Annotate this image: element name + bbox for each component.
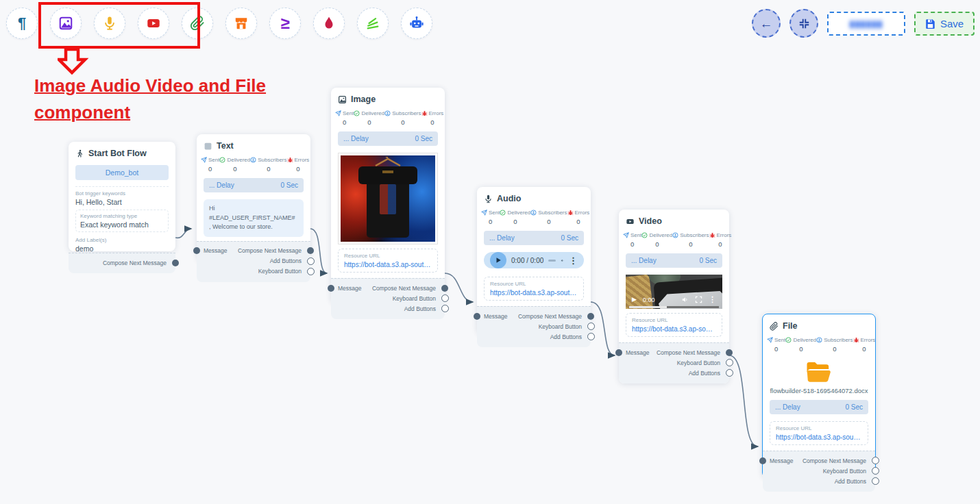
- port-row-keyboard-button[interactable]: Keyboard Button: [626, 357, 722, 368]
- fit-view-button[interactable]: [789, 9, 818, 38]
- output-port-dot[interactable]: [307, 247, 314, 254]
- port-row-add-buttons[interactable]: Add Buttons: [204, 256, 304, 266]
- audio-player[interactable]: 0:00 / 0:00 ⋮: [484, 252, 584, 268]
- delay-setting[interactable]: ... Delay 0 Sec: [204, 178, 304, 192]
- output-port-ring[interactable]: [872, 457, 879, 464]
- port-row-keyboard-button[interactable]: Keyboard Button: [484, 321, 584, 331]
- resource-url-link[interactable]: https://bot-data.s3.ap-southeast-1.wasab…: [632, 325, 716, 333]
- output-port-ring[interactable]: [307, 257, 315, 265]
- port-row-keyboard-button[interactable]: Keyboard Button: [770, 466, 868, 476]
- output-port-dot[interactable]: [172, 260, 179, 266]
- node-footer: Message Compose Next Message Add Buttons…: [197, 241, 310, 282]
- node-start-bot-flow[interactable]: Start Bot Flow Demo_bot Bot trigger keyw…: [69, 142, 175, 251]
- subscribers-icon: [672, 232, 678, 238]
- toolbar-image-button[interactable]: [50, 8, 82, 39]
- output-port-ring[interactable]: [441, 294, 449, 302]
- node-image[interactable]: Image Sent0 Delivered0 Subscribers0 Erro…: [331, 88, 445, 303]
- save-button[interactable]: Save: [914, 12, 975, 36]
- output-port-ring[interactable]: [441, 305, 449, 312]
- output-port-ring[interactable]: [726, 369, 733, 377]
- node-header: Audio: [477, 187, 591, 207]
- output-port-ring[interactable]: [587, 323, 595, 330]
- fullscreen-icon[interactable]: [695, 296, 702, 303]
- toolbar-bot-button[interactable]: [401, 8, 432, 39]
- port-row-compose[interactable]: Message Compose Next Message: [770, 455, 868, 466]
- port-row-add-buttons[interactable]: Add Buttons: [770, 476, 868, 486]
- delay-setting[interactable]: ... Delay 0 Sec: [626, 253, 722, 268]
- video-progress-bar[interactable]: [629, 306, 719, 308]
- toolbar-sequence-button[interactable]: [357, 8, 389, 39]
- flow-canvas[interactable]: ¶ ≥ Image Audio Video and File compon: [0, 0, 980, 504]
- play-button[interactable]: [490, 252, 506, 268]
- delay-setting[interactable]: ... Delay 0 Sec: [484, 231, 584, 245]
- compress-icon: [798, 18, 810, 29]
- output-port-dot[interactable]: [441, 285, 448, 292]
- audio-menu-icon[interactable]: ⋮: [569, 255, 578, 266]
- port-compose-next-message[interactable]: Compose Next Message: [75, 257, 169, 268]
- node-text[interactable]: Text Sent0 Delivered0 Subscribers0 Error…: [197, 134, 310, 261]
- port-row-keyboard-button[interactable]: Keyboard Button: [204, 266, 304, 277]
- port-row-keyboard-button[interactable]: Keyboard Button: [338, 293, 438, 303]
- sent-icon: [481, 210, 487, 216]
- toolbar-audio-button[interactable]: [94, 8, 125, 39]
- stats-row: Sent0 Delivered0 Subscribers0 Errors0: [335, 110, 441, 126]
- image-icon: [58, 16, 73, 31]
- file-attachment[interactable]: [763, 361, 875, 384]
- output-port-ring[interactable]: [872, 477, 879, 485]
- input-port-dot[interactable]: [193, 247, 200, 254]
- port-row-compose[interactable]: Message Compose Next Message: [626, 347, 722, 357]
- port-row-add-buttons[interactable]: Add Buttons: [626, 368, 722, 378]
- delivered-icon: [785, 337, 792, 343]
- audio-time: 0:00 / 0:00: [511, 257, 543, 264]
- toolbar-file-button[interactable]: [182, 8, 213, 39]
- keyword-matching-field[interactable]: Keyword matching type Exact keyword matc…: [75, 210, 169, 232]
- video-menu-icon[interactable]: ⋮: [709, 295, 716, 304]
- input-port-dot[interactable]: [759, 457, 766, 464]
- blurred-action-button[interactable]: ▮▮▮▮▮▮: [827, 12, 905, 36]
- resource-url-link[interactable]: https://bot-data.s3.ap-southeast-1.wasab…: [776, 433, 862, 441]
- node-audio[interactable]: Audio Sent0 Delivered0 Subscribers0 Erro…: [477, 187, 591, 334]
- subscribers-icon: [384, 110, 391, 116]
- port-row-add-buttons[interactable]: Add Buttons: [338, 303, 438, 314]
- resource-url-link[interactable]: https://bot-data.s3.ap-southeast-1.wasab…: [344, 261, 432, 268]
- node-video[interactable]: Video Sent0 Delivered0 Subscribers0 Erro…: [619, 210, 729, 383]
- video-player[interactable]: ▶ 0:00 ⋮: [626, 275, 722, 309]
- message-preview[interactable]: Hi #LEAD_USER_FIRST_NAME# , Welcome to o…: [204, 199, 304, 237]
- toolbar-video-button[interactable]: [138, 8, 169, 39]
- input-port-dot[interactable]: [328, 285, 334, 292]
- toolbar-text-button[interactable]: ¶: [6, 8, 38, 39]
- output-port-ring[interactable]: [872, 467, 879, 475]
- output-port-dot[interactable]: [726, 349, 733, 356]
- volume-icon[interactable]: [681, 296, 689, 303]
- output-port-ring[interactable]: [726, 359, 733, 366]
- resource-url-link[interactable]: https://bot-data.s3.ap-southeast-1.wasab…: [490, 289, 578, 297]
- port-row-compose[interactable]: Message Compose Next Message: [338, 283, 438, 293]
- port-row-add-buttons[interactable]: Add Buttons: [484, 331, 584, 342]
- delay-setting[interactable]: ... Delay 0 Sec: [338, 131, 438, 146]
- output-port-ring[interactable]: [307, 268, 315, 275]
- paperclip-icon: [190, 16, 205, 31]
- output-port-ring[interactable]: [587, 333, 595, 340]
- node-file[interactable]: File Sent0 Delivered0 Subscribers0 Error…: [762, 314, 876, 478]
- delay-setting[interactable]: ... Delay 0 Sec: [770, 400, 868, 414]
- bot-name-button[interactable]: Demo_bot: [75, 165, 169, 180]
- node-footer: Message Compose Next Message Keyboard Bu…: [763, 451, 875, 492]
- toolbar-condition-button[interactable]: ≥: [269, 8, 301, 39]
- port-row-compose[interactable]: Message Compose Next Message: [484, 311, 584, 321]
- volume-icon[interactable]: [561, 256, 564, 265]
- toolbar-drip-button[interactable]: [313, 8, 345, 39]
- add-labels-field[interactable]: Add Label(s) demo: [75, 234, 169, 253]
- port-row-compose[interactable]: Message Compose Next Message: [204, 246, 304, 256]
- input-port-dot[interactable]: [615, 349, 622, 356]
- toolbar-store-button[interactable]: [225, 8, 257, 39]
- input-port-dot[interactable]: [474, 313, 480, 320]
- output-port-dot[interactable]: [587, 313, 594, 320]
- play-icon[interactable]: ▶: [632, 297, 637, 303]
- trigger-keywords-field[interactable]: Bot trigger keywords Hi, Hello, Start: [75, 186, 169, 206]
- back-button[interactable]: ←: [752, 9, 781, 38]
- file-name: flowbuilder-518-1695464072.docx: [763, 387, 875, 394]
- video-controls: ▶ 0:00 ⋮: [626, 295, 722, 304]
- image-attachment[interactable]: [338, 153, 438, 244]
- audio-progress-bar[interactable]: [548, 260, 555, 262]
- node-footer: Message Compose Next Message Keyboard Bu…: [619, 342, 729, 383]
